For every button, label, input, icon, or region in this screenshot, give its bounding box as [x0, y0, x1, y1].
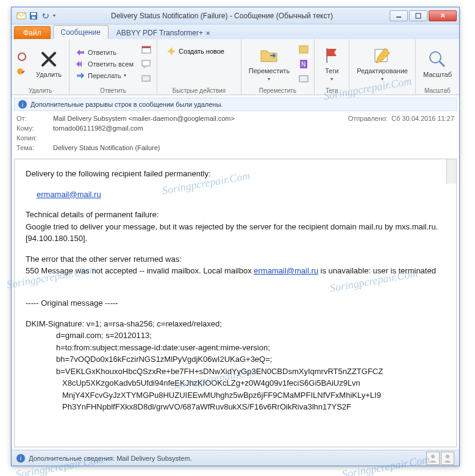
svg-rect-9	[77, 74, 82, 77]
svg-rect-17	[299, 76, 308, 82]
svg-point-22	[446, 455, 449, 458]
err-part-a: 550 Message was not accepted -- invalid …	[26, 266, 254, 275]
dkim-line: Ph3YnFHNpblfFXkx8D8dl/grwVO/687aWfRuv8uk…	[26, 401, 445, 413]
subject-value: Delivery Status Notification (Failure)	[53, 144, 454, 151]
zoom-button[interactable]: Масштаб	[420, 48, 455, 79]
tech-detail: Google tried to deliver your message, bu…	[26, 221, 445, 245]
group-move-title: Переместить	[245, 86, 310, 94]
original-marker: ----- Original message -----	[26, 297, 445, 309]
info-bar[interactable]: i Дополнительные разрывы строк в сообщен…	[14, 98, 457, 111]
error-detail: 550 Message was not accepted -- invalid …	[26, 265, 445, 277]
move-folder-icon	[259, 46, 279, 65]
svg-point-21	[431, 455, 435, 458]
tab-abbyy-label: ABBYY PDF Transformer+	[116, 29, 203, 37]
info-text: Дополнительные разрывы строк в сообщении…	[30, 101, 223, 108]
move-label: Переместить	[249, 67, 290, 74]
edit-label: Редактирование	[357, 67, 408, 74]
im-icon[interactable]	[140, 57, 153, 71]
onenote-icon[interactable]: N	[297, 57, 310, 71]
reply-all-icon	[76, 59, 85, 69]
dkim-line: h=to:from:subject:message-id:date:user-a…	[26, 342, 445, 354]
more-respond-icon[interactable]	[140, 72, 153, 85]
reply-all-label: Ответить всем	[88, 60, 134, 68]
message-headers: От: Mail Delivery Subsystem <mailer-daem…	[12, 111, 459, 155]
group-respond-title: Ответить	[73, 86, 153, 94]
svg-point-19	[430, 52, 441, 63]
flag-icon	[322, 46, 341, 65]
subject-key: Тема:	[16, 144, 53, 151]
delete-button[interactable]: Удалить	[32, 48, 65, 79]
maximize-button[interactable]	[409, 10, 427, 21]
tech-header: Technical details of permanent failure:	[26, 209, 445, 221]
error-header: The error that the other server returned…	[26, 253, 445, 265]
forward-icon	[76, 71, 85, 81]
svg-rect-13	[142, 76, 150, 81]
dkim-line: d=gmail.com; s=20120113;	[26, 330, 445, 342]
delete-label: Удалить	[36, 71, 62, 78]
svg-rect-14	[299, 46, 308, 53]
to-key: Кому:	[16, 124, 53, 132]
dkim-line: b=VEKLGxKhouxoHbcQSzxRe+be7FH+sDNwXidYyG…	[26, 366, 445, 378]
save-icon[interactable]	[29, 11, 38, 21]
forward-button[interactable]: Переслать ▾	[73, 70, 136, 81]
zoom-label: Масштаб	[423, 71, 452, 78]
delete-icon	[39, 49, 59, 69]
svg-rect-8	[79, 51, 84, 54]
dkim-line: DKIM-Signature: v=1; a=rsa-sha256; c=rel…	[26, 318, 445, 330]
recipient-link[interactable]: ermamail@mail.ru	[37, 190, 101, 199]
tab-file[interactable]: Файл	[14, 26, 51, 39]
tab-abbyy[interactable]: ABBYY PDF Transformer+✕	[109, 26, 218, 39]
close-button[interactable]: ✕	[429, 10, 457, 21]
svg-rect-12	[142, 60, 150, 66]
info-icon: i	[18, 100, 27, 109]
meeting-icon[interactable]	[140, 43, 153, 56]
sent-value: Сб 30.04.2016 11:27	[391, 115, 454, 122]
reply-all-button[interactable]: Ответить всем	[73, 59, 136, 70]
window-title: Delivery Status Notification (Failure) -…	[55, 12, 388, 20]
edit-button[interactable]: Редактирование▾	[353, 45, 412, 84]
mailbox-link[interactable]: ermamail@mail.ru	[254, 266, 318, 275]
reply-label: Ответить	[88, 49, 116, 56]
group-zoom-title: Масштаб	[420, 86, 455, 94]
svg-rect-2	[31, 13, 36, 15]
minimize-button[interactable]	[390, 10, 408, 21]
group-tags-title: Теги	[318, 86, 345, 94]
status-bar: i Дополнительные сведения: Mail Delivery…	[12, 450, 459, 466]
svg-rect-11	[142, 46, 151, 48]
cc-value	[53, 134, 454, 142]
group-quick-title: Быстрые действия	[161, 86, 237, 94]
undo-icon[interactable]	[41, 11, 51, 21]
svg-rect-5	[416, 13, 421, 18]
actions-icon[interactable]	[297, 72, 310, 85]
junk-icon[interactable]	[15, 65, 29, 78]
info-icon: i	[16, 454, 25, 463]
quick-create-new[interactable]: Создать новое	[161, 44, 230, 59]
ignore-icon[interactable]	[15, 50, 29, 63]
from-value: Mail Delivery Subsystem <mailer-daemon@g…	[53, 115, 324, 122]
svg-line-20	[440, 62, 445, 67]
dkim-line: bh=7vOQDo0x16kFczirNGS1zMlPyVgdjK06wI2UK…	[26, 353, 445, 366]
avatar-recipient[interactable]	[441, 452, 454, 465]
tags-button[interactable]: Теги▾	[318, 45, 345, 84]
edit-icon	[373, 46, 392, 65]
svg-rect-3	[32, 16, 35, 19]
rules-icon[interactable]	[297, 43, 310, 56]
sparkle-icon	[166, 46, 176, 56]
to-value: tornado06111982@gmail.com	[53, 124, 454, 132]
message-body[interactable]: Delivery to the following recipient fail…	[14, 159, 457, 447]
status-text: Дополнительные сведения: Mail Delivery S…	[29, 455, 192, 462]
dkim-line: X8cUp5XKzgoKadvb5Ufdi94nfeEKJhzKIOOKcLZg…	[26, 377, 445, 389]
tab-message[interactable]: Сообщение	[53, 25, 109, 39]
tab-close-icon[interactable]: ✕	[205, 30, 210, 37]
move-button[interactable]: Переместить▾	[245, 45, 293, 84]
from-key: От:	[16, 115, 53, 122]
reply-button[interactable]: Ответить	[73, 47, 136, 58]
ruler-icon[interactable]	[446, 159, 456, 184]
reply-icon	[76, 48, 85, 57]
body-line-fail: Delivery to the following recipient fail…	[26, 168, 445, 180]
sent-key: Отправлено:	[348, 115, 388, 122]
ribbon: Удалить Удалить Ответить Ответить всем П…	[12, 39, 459, 95]
dkim-line: MnjY4XFcvGyJzXTYMGPu8HUZUIEEwMUhghz5wBpz…	[26, 389, 445, 402]
ribbon-tabs: Файл Сообщение ABBYY PDF Transformer+✕	[12, 24, 459, 39]
avatar-sender[interactable]	[426, 452, 440, 465]
